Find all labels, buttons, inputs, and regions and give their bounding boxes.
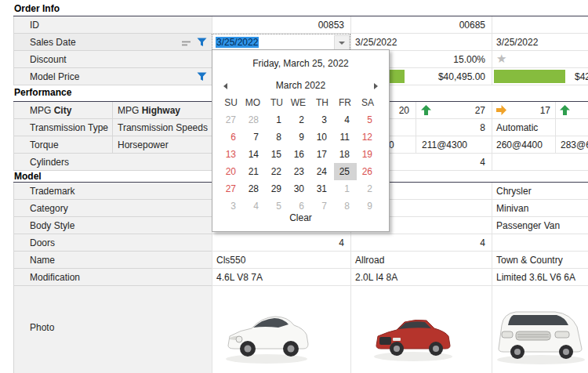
- calendar-day[interactable]: 2: [289, 111, 311, 129]
- calendar-day[interactable]: 28: [243, 180, 266, 197]
- cell-mpg-highway-record3[interactable]: [555, 102, 588, 119]
- calendar-day[interactable]: 14: [243, 146, 266, 163]
- calendar-day[interactable]: 26: [357, 163, 379, 180]
- cell-horsepower-record2[interactable]: 211@4300: [416, 136, 492, 154]
- cell-discount-record3[interactable]: ★: [492, 51, 588, 68]
- cell-transmission-speeds-record2[interactable]: 8: [416, 119, 492, 136]
- calendar-month-label[interactable]: March 2022: [276, 80, 325, 91]
- section-header-model[interactable]: Model: [14, 171, 42, 182]
- row-caption-transmission-type[interactable]: Transmission Type: [13, 119, 112, 136]
- calendar-day[interactable]: 29: [266, 180, 289, 197]
- cell-cylinders-record3[interactable]: [492, 154, 588, 171]
- cell-torque-record3[interactable]: 260@4400: [492, 136, 555, 154]
- calendar-day[interactable]: 12: [357, 129, 379, 146]
- calendar-day[interactable]: 7: [243, 129, 266, 146]
- row-caption-id[interactable]: ID: [13, 16, 212, 34]
- calendar-day[interactable]: 27: [220, 180, 243, 197]
- calendar-day[interactable]: 4: [334, 111, 357, 129]
- calendar-day[interactable]: 13: [220, 146, 243, 163]
- cell-mpg-highway-record2[interactable]: 27: [416, 102, 492, 119]
- cell-id-record2[interactable]: 00685: [350, 16, 492, 34]
- calendar-day[interactable]: 9: [289, 129, 311, 146]
- star-icon[interactable]: ★: [496, 52, 506, 65]
- calendar-day[interactable]: 23: [289, 163, 311, 180]
- calendar-day[interactable]: 31: [311, 180, 334, 197]
- car-photo-coupe: [222, 303, 312, 368]
- calendar-day[interactable]: 11: [334, 129, 357, 146]
- sales-date-editor[interactable]: 3/25/2022: [212, 34, 350, 51]
- cell-modification-record3[interactable]: Limited 3.6L V6 6A: [492, 269, 588, 286]
- cell-photo-record2[interactable]: [350, 286, 492, 373]
- row-caption-mpg-city[interactable]: MPG City: [13, 102, 112, 119]
- cell-transmission-speeds-record3[interactable]: [555, 119, 588, 136]
- filter-icon[interactable]: [197, 38, 207, 49]
- cell-sales-date-record3[interactable]: 3/25/2022: [492, 34, 588, 51]
- cell-doors-record2[interactable]: 4: [350, 234, 492, 252]
- cell-photo-record1[interactable]: [212, 286, 350, 373]
- calendar-day[interactable]: 3: [311, 111, 334, 129]
- cell-photo-record3[interactable]: [492, 286, 588, 373]
- calendar-day[interactable]: 24: [311, 163, 334, 180]
- calendar-day[interactable]: 2: [357, 180, 379, 197]
- row-caption-modification[interactable]: Modification: [13, 269, 212, 286]
- calendar-day[interactable]: 19: [357, 146, 379, 163]
- calendar-day[interactable]: 18: [334, 146, 357, 163]
- section-header-performance[interactable]: Performance: [14, 87, 71, 98]
- calendar-day[interactable]: 28: [243, 111, 266, 129]
- row-caption-torque[interactable]: Torque: [13, 136, 112, 154]
- cell-transmission-type-record3[interactable]: Automatic: [492, 119, 555, 136]
- dropdown-button[interactable]: [334, 35, 350, 51]
- row-caption-category[interactable]: Category: [13, 200, 212, 217]
- row-caption-name[interactable]: Name: [13, 252, 212, 269]
- row-caption-discount[interactable]: Discount: [13, 51, 212, 68]
- cell-trademark-record3[interactable]: Chrysler: [492, 183, 588, 200]
- calendar-day[interactable]: 15: [266, 146, 289, 163]
- cell-category-record3[interactable]: Minivan: [492, 200, 588, 217]
- calendar-day[interactable]: 22: [266, 163, 289, 180]
- cell-name-record1[interactable]: Cls550: [212, 252, 350, 269]
- cell-model-price-record3[interactable]: $42: [492, 68, 588, 85]
- calendar-day[interactable]: 10: [311, 129, 334, 146]
- row-caption-cylinders[interactable]: Cylinders: [13, 154, 212, 171]
- row-caption-sales-date[interactable]: Sales Date: [13, 34, 212, 51]
- cell-name-record3[interactable]: Town & Country: [492, 252, 588, 269]
- prev-month-icon[interactable]: [223, 83, 227, 89]
- next-month-icon[interactable]: [374, 83, 378, 89]
- cell-id-record3[interactable]: [492, 16, 588, 34]
- calendar-day[interactable]: 8: [266, 129, 289, 146]
- row-caption-body-style[interactable]: Body Style: [13, 217, 212, 234]
- calendar-day[interactable]: 5: [357, 111, 379, 129]
- row-caption-doors[interactable]: Doors: [13, 234, 212, 252]
- filter-icon[interactable]: [197, 72, 207, 84]
- calendar-day[interactable]: 16: [289, 146, 311, 163]
- cell-name-record2[interactable]: Allroad: [350, 252, 492, 269]
- calendar-day[interactable]: 17: [311, 146, 334, 163]
- row-caption-horsepower[interactable]: Horsepower: [112, 136, 212, 154]
- row-caption-transmission-speeds[interactable]: Transmission Speeds: [112, 119, 212, 136]
- cell-sales-date-record2[interactable]: 3/25/2022: [350, 34, 492, 51]
- cell-doors-record3[interactable]: [492, 234, 588, 252]
- cell-body-style-record3[interactable]: Passenger Van: [492, 217, 588, 234]
- trend-up-icon: [560, 105, 570, 118]
- calendar-day[interactable]: 1: [334, 180, 357, 197]
- calendar-week-row: 20212223242526: [220, 163, 379, 180]
- cell-id-record1[interactable]: 00853: [212, 16, 350, 34]
- section-header-order-info[interactable]: Order Info: [14, 3, 60, 14]
- calendar-day[interactable]: 27: [220, 111, 243, 129]
- row-caption-photo[interactable]: Photo: [13, 286, 212, 373]
- row-caption-trademark[interactable]: Trademark: [13, 183, 212, 200]
- calendar-day[interactable]: 1: [266, 111, 289, 129]
- cell-doors-record1[interactable]: 4: [212, 234, 350, 252]
- calendar-day[interactable]: 6: [220, 129, 243, 146]
- row-caption-model-price[interactable]: Model Price: [13, 68, 212, 85]
- calendar-day[interactable]: 30: [289, 180, 311, 197]
- cell-horsepower-record3[interactable]: 283@6: [555, 136, 588, 154]
- calendar-clear-button[interactable]: Clear: [212, 212, 389, 223]
- calendar-day-selected[interactable]: 25: [334, 163, 357, 180]
- cell-modification-record1[interactable]: 4.6L V8 7A: [212, 269, 350, 286]
- calendar-day[interactable]: 20: [220, 163, 243, 180]
- cell-mpg-city-record3[interactable]: 17: [492, 102, 555, 119]
- row-caption-mpg-highway[interactable]: MPG Highway: [112, 102, 212, 119]
- cell-modification-record2[interactable]: 2.0L I4 8A: [350, 269, 492, 286]
- calendar-day[interactable]: 21: [243, 163, 266, 180]
